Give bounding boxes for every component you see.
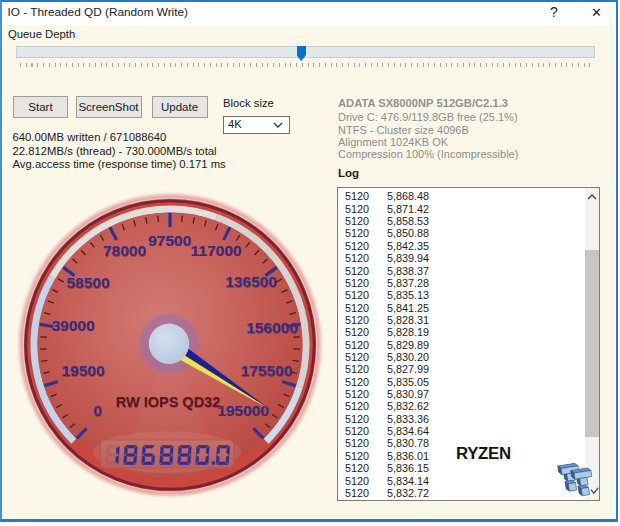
svg-text:78000: 78000 (103, 242, 146, 259)
svg-text:175500: 175500 (241, 362, 293, 379)
svg-text:39000: 39000 (51, 317, 94, 334)
svg-text:0: 0 (93, 402, 102, 419)
svg-text:58500: 58500 (66, 274, 109, 291)
svg-text:19500: 19500 (61, 362, 104, 379)
svg-text:117000: 117000 (191, 242, 242, 259)
svg-text:RW IOPS QD32: RW IOPS QD32 (116, 394, 220, 410)
svg-text:136500: 136500 (225, 273, 277, 290)
svg-text:97500: 97500 (148, 232, 191, 249)
svg-text:156000: 156000 (246, 319, 298, 336)
